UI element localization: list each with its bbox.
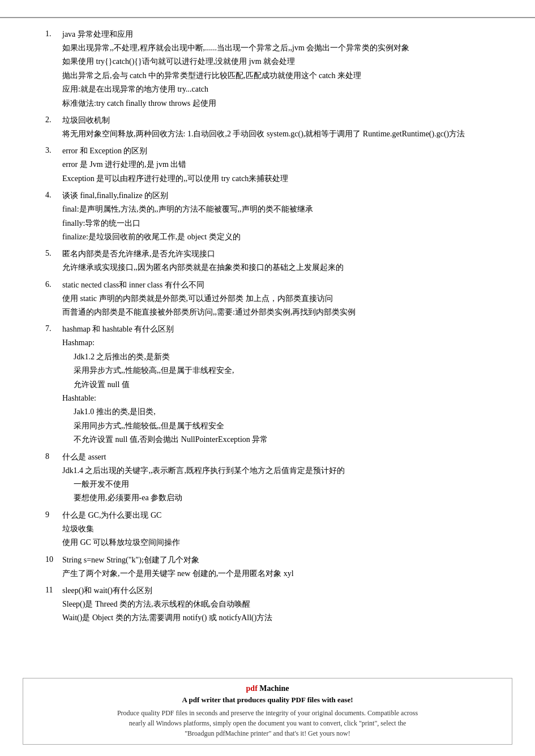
- list-item: 6. static nected class和 inner class 有什么不…: [45, 280, 490, 319]
- item-number: 1.: [45, 29, 62, 38]
- item-line: Sleep()是 Threed 类的方法,表示线程的休眠,会自动唤醒: [62, 598, 490, 611]
- item-line: 而普通的内部类是不能直接被外部类所访问,,需要:通过外部类实例,再找到内部类实例: [62, 306, 490, 319]
- list-item: 10 String s=new String("k");创建了几个对象 产生了两…: [45, 555, 490, 580]
- item-header: 9 什么是 GC,为什么要出现 GC: [45, 510, 490, 521]
- item-header: 7. hashmap 和 hashtable 有什么区别: [45, 324, 490, 334]
- item-header: 5. 匿名内部类是否允许继承,是否允许实现接口: [45, 249, 490, 259]
- item-line: finally:导常的统一出口: [62, 217, 490, 230]
- item-line: 如果使用 try{}catch(){}语句就可以进行处理,没就使用 jvm 就会…: [62, 55, 490, 68]
- list-item: 3. error 和 Exception 的区别 error 是 Jvm 进行处…: [45, 146, 490, 185]
- item-title: String s=new String("k");创建了几个对象: [62, 555, 199, 565]
- item-line: Wait()是 Object 类的方法,需要调用 notify() 或 noti…: [62, 612, 490, 624]
- item-line: 允许设置 null 值: [74, 379, 490, 391]
- item-line: 如果出现异常,,不处理,程序就会出现中断,......当出现一个异常之后,,jv…: [62, 42, 490, 54]
- item-header: 10 String s=new String("k");创建了几个对象: [45, 555, 490, 565]
- list-item: 1. java 异常处理和应用 如果出现异常,,不处理,程序就会出现中断,...…: [45, 29, 490, 110]
- item-number: 8: [45, 452, 62, 461]
- item-line: 不允许设置 null 值,否则会抛出 NullPointerException …: [74, 433, 490, 446]
- item-body: error 是 Jvm 进行处理的,是 jvm 出错 Exception 是可以…: [45, 158, 490, 185]
- item-line: 使用 GC 可以释放垃圾空间间操作: [62, 536, 490, 549]
- list-item: 4. 谈谈 final,finally,finalize 的区别 final:是…: [45, 191, 490, 243]
- item-line: 垃圾收集: [62, 523, 490, 535]
- item-body: final:是声明属性,方法,类的,,声明的方法不能被覆写,,声明的类不能被继承…: [45, 203, 490, 243]
- item-line: error 是 Jvm 进行处理的,是 jvm 出错: [62, 158, 490, 171]
- item-line: Jdk1.4 之后出现的关键字,,表示断言,既程序执行到某个地方之后值肯定是预计…: [62, 465, 490, 477]
- sub-header: Hashmap:: [62, 337, 490, 349]
- item-title: 什么是 GC,为什么要出现 GC: [62, 510, 161, 521]
- list-item: 7. hashmap 和 hashtable 有什么区别 Hashmap: Jd…: [45, 324, 490, 446]
- list-item: 9 什么是 GC,为什么要出现 GC 垃圾收集 使用 GC 可以释放垃圾空间间操…: [45, 510, 490, 549]
- item-title: 匿名内部类是否允许继承,是否允许实现接口: [62, 249, 215, 259]
- footer: pdf Machine A pdf writer that produces q…: [23, 678, 512, 745]
- list-item: 8 什么是 assert Jdk1.4 之后出现的关键字,,表示断言,既程序执行…: [45, 452, 490, 505]
- subgroup-body: Jak1.0 推出的类,是旧类, 采用同步方式,,性能较低,,但是属于线程安全 …: [62, 406, 490, 446]
- item-number: 10: [45, 555, 62, 564]
- item-number: 6.: [45, 280, 62, 289]
- item-line: Jdk1.2 之后推出的类,是新类: [74, 351, 490, 363]
- list-item: 11 sleep()和 wait()有什么区别 Sleep()是 Threed …: [45, 586, 490, 625]
- item-header: 8 什么是 assert: [45, 452, 490, 462]
- list-item: 5. 匿名内部类是否允许继承,是否允许实现接口 允许继承或实现接口,,因为匿名内…: [45, 249, 490, 274]
- footer-subtitle: A pdf writer that produces quality PDF f…: [35, 695, 500, 705]
- footer-body: Produce quality PDF files in seconds and…: [35, 708, 500, 738]
- item-body: 使用 static 声明的内部类就是外部类,可以通过外部类 加上点，内部类直接访…: [45, 293, 490, 319]
- item-title: java 异常处理和应用: [62, 29, 133, 40]
- item-line: 抛出异常之后,会与 catch 中的异常类型进行比较匹配,匹配成功就使用这个 c…: [62, 70, 490, 82]
- item-header: 3. error 和 Exception 的区别: [45, 146, 490, 156]
- main-content: 1. java 异常处理和应用 如果出现异常,,不处理,程序就会出现中断,...…: [0, 18, 535, 672]
- item-body: Jdk1.4 之后出现的关键字,,表示断言,既程序执行到某个地方之后值肯定是预计…: [45, 465, 490, 505]
- item-line: 一般开发不使用: [62, 478, 490, 491]
- item-title: error 和 Exception 的区别: [62, 146, 147, 156]
- item-title: sleep()和 wait()有什么区别: [62, 586, 152, 596]
- item-line: finalize:是垃圾回收前的收尾工作,是 object 类定义的: [62, 231, 490, 243]
- item-line: 采用同步方式,,性能较低,,但是属于线程安全: [74, 420, 490, 432]
- item-number: 2.: [45, 115, 62, 124]
- item-number: 7.: [45, 324, 62, 333]
- item-header: 1. java 异常处理和应用: [45, 29, 490, 40]
- item-body: 如果出现异常,,不处理,程序就会出现中断,......当出现一个异常之后,,jv…: [45, 42, 490, 110]
- item-line: Exception 是可以由程序进行处理的,,可以使用 try catch来捕获…: [62, 173, 490, 185]
- item-line: 使用 static 声明的内部类就是外部类,可以通过外部类 加上点，内部类直接访…: [62, 293, 490, 305]
- item-header: 11 sleep()和 wait()有什么区别: [45, 586, 490, 596]
- item-header: 4. 谈谈 final,finally,finalize 的区别: [45, 191, 490, 201]
- item-title: 什么是 assert: [62, 452, 106, 462]
- item-body: Hashmap: Jdk1.2 之后推出的类,是新类 采用异步方式,,性能较高,…: [45, 337, 490, 446]
- footer-machine-label: Machine: [258, 684, 289, 693]
- item-title: static nected class和 inner class 有什么不同: [62, 280, 204, 290]
- item-line: 产生了两个对象,一个是用关键字 new 创建的,一个是用匿名对象 xyl: [62, 568, 490, 580]
- item-line: Jak1.0 推出的类,是旧类,: [74, 406, 490, 418]
- item-number: 4.: [45, 191, 62, 200]
- subgroup-body: Jdk1.2 之后推出的类,是新类 采用异步方式,,性能较高,,但是属于非线程安…: [62, 351, 490, 391]
- item-number: 5.: [45, 249, 62, 258]
- item-line: 标准做法:try catch finally throw throws 起使用: [62, 97, 490, 110]
- item-body: 垃圾收集 使用 GC 可以释放垃圾空间间操作: [45, 523, 490, 549]
- footer-title: pdf Machine: [35, 684, 500, 693]
- item-body: 产生了两个对象,一个是用关键字 new 创建的,一个是用匿名对象 xyl: [45, 568, 490, 580]
- item-line: 允许继承或实现接口,,因为匿名内部类就是在抽象类和接口的基础之上发展起来的: [62, 261, 490, 274]
- item-body: 允许继承或实现接口,,因为匿名内部类就是在抽象类和接口的基础之上发展起来的: [45, 261, 490, 274]
- item-header: 2. 垃圾回收机制: [45, 115, 490, 126]
- item-number: 11: [45, 586, 62, 595]
- page: 1. java 异常处理和应用 如果出现异常,,不处理,程序就会出现中断,...…: [0, 0, 535, 756]
- item-title: 谈谈 final,finally,finalize 的区别: [62, 191, 168, 201]
- footer-pdf-label: pdf: [246, 684, 258, 693]
- item-title: hashmap 和 hashtable 有什么区别: [62, 324, 174, 334]
- item-line: 将无用对象空间释放,两种回收方法: 1.自动回收,2 手动回收 system.g…: [62, 128, 490, 140]
- item-line: 要想使用,必须要用-ea 参数启动: [62, 492, 490, 504]
- item-line: 采用异步方式,,性能较高,,但是属于非线程安全,: [74, 364, 490, 377]
- item-body: 将无用对象空间释放,两种回收方法: 1.自动回收,2 手动回收 system.g…: [45, 128, 490, 140]
- item-line: final:是声明属性,方法,类的,,声明的方法不能被覆写,,声明的类不能被继承: [62, 203, 490, 216]
- item-number: 3.: [45, 146, 62, 155]
- item-header: 6. static nected class和 inner class 有什么不…: [45, 280, 490, 290]
- list-item: 2. 垃圾回收机制 将无用对象空间释放,两种回收方法: 1.自动回收,2 手动回…: [45, 115, 490, 140]
- item-number: 9: [45, 510, 62, 519]
- item-line: 应用:就是在出现异常的地方使用 try...catch: [62, 83, 490, 96]
- item-body: Sleep()是 Threed 类的方法,表示线程的休眠,会自动唤醒 Wait(…: [45, 598, 490, 625]
- sub-header: Hashtable:: [62, 392, 490, 405]
- item-title: 垃圾回收机制: [62, 115, 110, 126]
